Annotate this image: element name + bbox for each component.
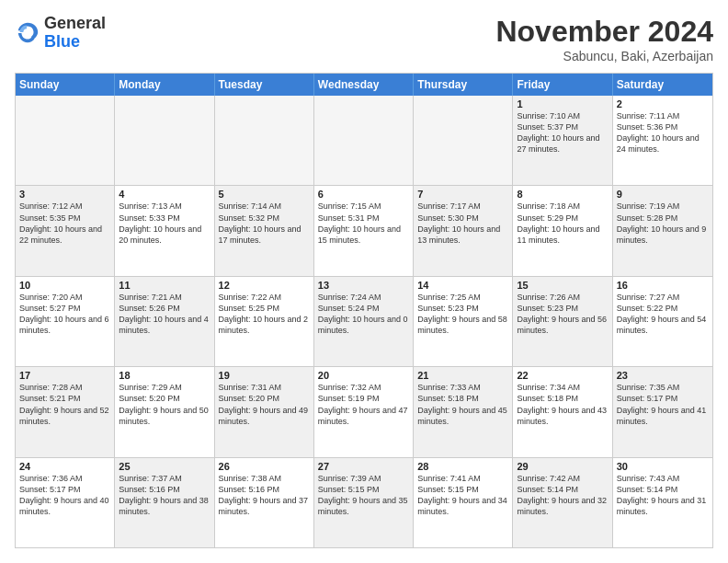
cell-info: Sunrise: 7:34 AM Sunset: 5:18 PM Dayligh… bbox=[517, 382, 608, 427]
day-number: 29 bbox=[517, 461, 608, 472]
cal-cell-3-0: 17Sunrise: 7:28 AM Sunset: 5:21 PM Dayli… bbox=[16, 367, 115, 456]
cell-info: Sunrise: 7:19 AM Sunset: 5:28 PM Dayligh… bbox=[617, 201, 709, 246]
header: General Blue November 2024 Sabuncu, Baki… bbox=[15, 15, 713, 63]
day-number: 23 bbox=[617, 370, 709, 381]
cal-cell-1-3: 6Sunrise: 7:15 AM Sunset: 5:31 PM Daylig… bbox=[314, 186, 414, 275]
cell-info: Sunrise: 7:13 AM Sunset: 5:33 PM Dayligh… bbox=[119, 201, 210, 246]
header-wednesday: Wednesday bbox=[314, 74, 414, 96]
logo-line1: General bbox=[44, 15, 106, 33]
cell-info: Sunrise: 7:29 AM Sunset: 5:20 PM Dayligh… bbox=[119, 382, 210, 427]
day-number: 2 bbox=[617, 98, 709, 109]
cal-cell-1-4: 7Sunrise: 7:17 AM Sunset: 5:30 PM Daylig… bbox=[414, 186, 513, 275]
day-number: 8 bbox=[517, 189, 608, 200]
day-number: 1 bbox=[517, 98, 608, 109]
day-number: 12 bbox=[219, 280, 310, 291]
cal-cell-2-4: 14Sunrise: 7:25 AM Sunset: 5:23 PM Dayli… bbox=[414, 277, 513, 366]
day-number: 17 bbox=[19, 370, 110, 381]
cal-cell-1-2: 5Sunrise: 7:14 AM Sunset: 5:32 PM Daylig… bbox=[215, 186, 314, 275]
cell-info: Sunrise: 7:27 AM Sunset: 5:22 PM Dayligh… bbox=[617, 292, 709, 337]
cell-info: Sunrise: 7:14 AM Sunset: 5:32 PM Dayligh… bbox=[219, 201, 310, 246]
cal-cell-3-1: 18Sunrise: 7:29 AM Sunset: 5:20 PM Dayli… bbox=[115, 367, 214, 456]
cell-info: Sunrise: 7:41 AM Sunset: 5:15 PM Dayligh… bbox=[417, 473, 508, 518]
cell-info: Sunrise: 7:35 AM Sunset: 5:17 PM Dayligh… bbox=[617, 382, 709, 427]
cal-cell-2-3: 13Sunrise: 7:24 AM Sunset: 5:24 PM Dayli… bbox=[314, 277, 414, 366]
day-number: 27 bbox=[318, 461, 409, 472]
cell-info: Sunrise: 7:28 AM Sunset: 5:21 PM Dayligh… bbox=[19, 382, 110, 427]
cell-info: Sunrise: 7:22 AM Sunset: 5:25 PM Dayligh… bbox=[219, 292, 310, 337]
cell-info: Sunrise: 7:43 AM Sunset: 5:14 PM Dayligh… bbox=[617, 473, 709, 518]
cal-cell-0-5: 1Sunrise: 7:10 AM Sunset: 5:37 PM Daylig… bbox=[513, 96, 612, 185]
cal-cell-3-2: 19Sunrise: 7:31 AM Sunset: 5:20 PM Dayli… bbox=[215, 367, 314, 456]
cell-info: Sunrise: 7:42 AM Sunset: 5:14 PM Dayligh… bbox=[517, 473, 608, 518]
day-number: 26 bbox=[219, 461, 310, 472]
day-number: 15 bbox=[517, 280, 608, 291]
day-number: 25 bbox=[119, 461, 210, 472]
header-sunday: Sunday bbox=[16, 74, 115, 96]
location: Sabuncu, Baki, Azerbaijan bbox=[495, 49, 713, 63]
cal-cell-3-3: 20Sunrise: 7:32 AM Sunset: 5:19 PM Dayli… bbox=[314, 367, 414, 456]
header-saturday: Saturday bbox=[613, 74, 712, 96]
cal-cell-4-0: 24Sunrise: 7:36 AM Sunset: 5:17 PM Dayli… bbox=[16, 458, 115, 547]
calendar-body: 1Sunrise: 7:10 AM Sunset: 5:37 PM Daylig… bbox=[16, 96, 712, 547]
day-number: 3 bbox=[19, 189, 110, 200]
day-number: 4 bbox=[119, 189, 210, 200]
day-number: 18 bbox=[119, 370, 210, 381]
cell-info: Sunrise: 7:24 AM Sunset: 5:24 PM Dayligh… bbox=[318, 292, 409, 337]
day-number: 28 bbox=[417, 461, 508, 472]
header-tuesday: Tuesday bbox=[215, 74, 314, 96]
month-title: November 2024 bbox=[495, 15, 713, 49]
cal-cell-4-5: 29Sunrise: 7:42 AM Sunset: 5:14 PM Dayli… bbox=[513, 458, 612, 547]
cell-info: Sunrise: 7:11 AM Sunset: 5:36 PM Dayligh… bbox=[617, 110, 709, 155]
cell-info: Sunrise: 7:17 AM Sunset: 5:30 PM Dayligh… bbox=[417, 201, 508, 246]
cal-cell-1-5: 8Sunrise: 7:18 AM Sunset: 5:29 PM Daylig… bbox=[513, 186, 612, 275]
cal-row-1: 3Sunrise: 7:12 AM Sunset: 5:35 PM Daylig… bbox=[16, 186, 712, 276]
cell-info: Sunrise: 7:18 AM Sunset: 5:29 PM Dayligh… bbox=[517, 201, 608, 246]
day-number: 22 bbox=[517, 370, 608, 381]
day-number: 9 bbox=[617, 189, 709, 200]
cell-info: Sunrise: 7:32 AM Sunset: 5:19 PM Dayligh… bbox=[318, 382, 409, 427]
cal-row-2: 10Sunrise: 7:20 AM Sunset: 5:27 PM Dayli… bbox=[16, 277, 712, 367]
cal-cell-4-3: 27Sunrise: 7:39 AM Sunset: 5:15 PM Dayli… bbox=[314, 458, 414, 547]
day-number: 20 bbox=[318, 370, 409, 381]
day-number: 13 bbox=[318, 280, 409, 291]
cal-cell-4-4: 28Sunrise: 7:41 AM Sunset: 5:15 PM Dayli… bbox=[414, 458, 513, 547]
day-number: 5 bbox=[219, 189, 310, 200]
cell-info: Sunrise: 7:39 AM Sunset: 5:15 PM Dayligh… bbox=[318, 473, 409, 518]
cal-row-0: 1Sunrise: 7:10 AM Sunset: 5:37 PM Daylig… bbox=[16, 96, 712, 186]
cal-cell-1-0: 3Sunrise: 7:12 AM Sunset: 5:35 PM Daylig… bbox=[16, 186, 115, 275]
cal-cell-2-6: 16Sunrise: 7:27 AM Sunset: 5:22 PM Dayli… bbox=[613, 277, 712, 366]
logo-line2: Blue bbox=[44, 33, 106, 52]
logo-icon bbox=[15, 20, 40, 46]
cal-cell-0-6: 2Sunrise: 7:11 AM Sunset: 5:36 PM Daylig… bbox=[613, 96, 712, 185]
day-number: 24 bbox=[19, 461, 110, 472]
cell-info: Sunrise: 7:12 AM Sunset: 5:35 PM Dayligh… bbox=[19, 201, 110, 246]
day-number: 21 bbox=[417, 370, 508, 381]
cell-info: Sunrise: 7:38 AM Sunset: 5:16 PM Dayligh… bbox=[219, 473, 310, 518]
cell-info: Sunrise: 7:15 AM Sunset: 5:31 PM Dayligh… bbox=[318, 201, 409, 246]
cal-cell-2-5: 15Sunrise: 7:26 AM Sunset: 5:23 PM Dayli… bbox=[513, 277, 612, 366]
cal-cell-4-2: 26Sunrise: 7:38 AM Sunset: 5:16 PM Dayli… bbox=[215, 458, 314, 547]
title-block: November 2024 Sabuncu, Baki, Azerbaijan bbox=[495, 15, 713, 63]
day-number: 19 bbox=[219, 370, 310, 381]
cal-cell-2-0: 10Sunrise: 7:20 AM Sunset: 5:27 PM Dayli… bbox=[16, 277, 115, 366]
cal-cell-4-1: 25Sunrise: 7:37 AM Sunset: 5:16 PM Dayli… bbox=[115, 458, 214, 547]
cell-info: Sunrise: 7:37 AM Sunset: 5:16 PM Dayligh… bbox=[119, 473, 210, 518]
cal-cell-3-4: 21Sunrise: 7:33 AM Sunset: 5:18 PM Dayli… bbox=[414, 367, 513, 456]
cal-cell-1-6: 9Sunrise: 7:19 AM Sunset: 5:28 PM Daylig… bbox=[613, 186, 712, 275]
day-number: 30 bbox=[617, 461, 709, 472]
cal-cell-0-4 bbox=[414, 96, 513, 185]
cal-row-3: 17Sunrise: 7:28 AM Sunset: 5:21 PM Dayli… bbox=[16, 367, 712, 457]
cal-cell-4-6: 30Sunrise: 7:43 AM Sunset: 5:14 PM Dayli… bbox=[613, 458, 712, 547]
day-number: 10 bbox=[19, 280, 110, 291]
day-number: 16 bbox=[617, 280, 709, 291]
header-friday: Friday bbox=[513, 74, 612, 96]
cell-info: Sunrise: 7:26 AM Sunset: 5:23 PM Dayligh… bbox=[517, 292, 608, 337]
cal-cell-2-1: 11Sunrise: 7:21 AM Sunset: 5:26 PM Dayli… bbox=[115, 277, 214, 366]
cal-cell-0-0 bbox=[16, 96, 115, 185]
calendar: Sunday Monday Tuesday Wednesday Thursday… bbox=[15, 73, 713, 548]
day-number: 11 bbox=[119, 280, 210, 291]
cal-cell-0-1 bbox=[115, 96, 214, 185]
logo: General Blue bbox=[15, 15, 106, 52]
cal-cell-3-6: 23Sunrise: 7:35 AM Sunset: 5:17 PM Dayli… bbox=[613, 367, 712, 456]
cal-cell-2-2: 12Sunrise: 7:22 AM Sunset: 5:25 PM Dayli… bbox=[215, 277, 314, 366]
